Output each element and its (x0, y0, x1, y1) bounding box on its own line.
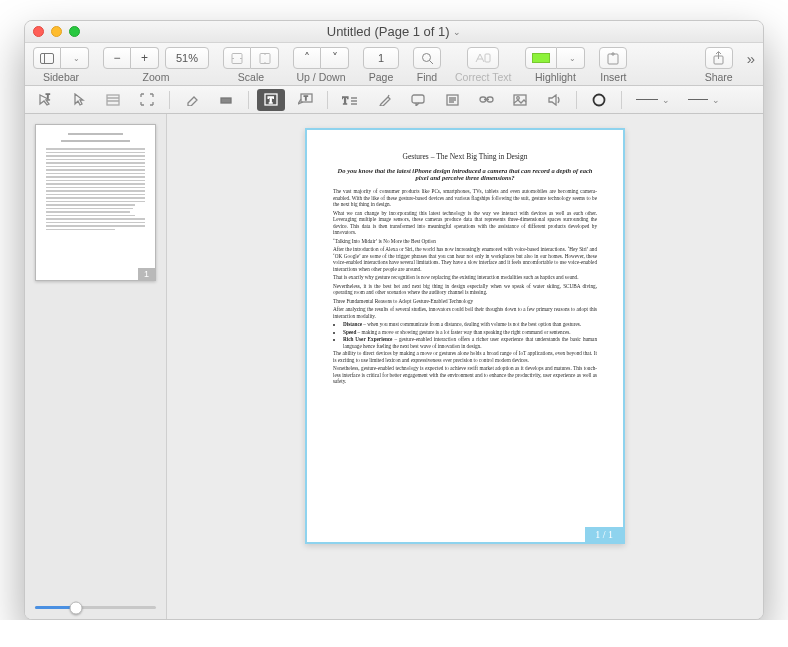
doc-paragraph: ‘Talking Into Midair’ is No More the Bes… (333, 238, 597, 245)
highlighter-tool[interactable] (370, 89, 398, 111)
sound-tool[interactable] (540, 89, 568, 111)
chevron-down-icon: ⌄ (662, 95, 670, 105)
doc-paragraph: The ability to direct devices by making … (333, 350, 597, 363)
correct-text-label: Correct Text (455, 71, 511, 83)
zoom-in-button[interactable]: + (131, 47, 159, 69)
line-icon (688, 99, 708, 101)
thumbnail-size-slider[interactable] (35, 598, 156, 609)
window-controls (33, 26, 80, 37)
doc-paragraph: Nevertheless, it is the best bet and nex… (333, 283, 597, 296)
doc-bullet: Speed – making a move or showing gesture… (343, 329, 597, 336)
find-button[interactable] (413, 47, 441, 69)
redact-tool[interactable] (212, 89, 240, 111)
document-page[interactable]: Gestures – The Next Big Thing in Design … (305, 128, 625, 544)
svg-text:T: T (46, 93, 50, 99)
crop-tool[interactable] (133, 89, 161, 111)
note-tool[interactable] (438, 89, 466, 111)
window-title-text: Untitled (Page 1 of 1) (327, 24, 450, 39)
scale-group: Scale (223, 47, 279, 83)
highlight-menu-button[interactable]: ⌄ (557, 47, 585, 69)
find-group: Find (413, 47, 441, 83)
insert-button[interactable] (599, 47, 627, 69)
doc-paragraph: That is exactly why gesture recognition … (333, 274, 597, 281)
zoom-value-field[interactable]: 51% (165, 47, 209, 69)
zoom-out-button[interactable]: − (103, 47, 131, 69)
eraser-tool[interactable] (178, 89, 206, 111)
svg-line-5 (429, 60, 433, 64)
doc-paragraph: After analyzing the results of several s… (333, 306, 597, 319)
svg-text:T: T (304, 95, 308, 101)
annotation-toolbar: T T T T ⌄ ⌄ (25, 86, 763, 114)
line-end-menu[interactable]: ⌄ (682, 95, 726, 105)
link-tool[interactable] (472, 89, 500, 111)
doc-paragraph: After the introduction of Alexa or Siri,… (333, 246, 597, 272)
arrow-down-icon: ˅ (332, 51, 338, 65)
insert-icon (606, 52, 620, 65)
search-icon (421, 52, 434, 65)
minimize-icon[interactable] (51, 26, 62, 37)
line-style-menu[interactable]: ⌄ (630, 95, 676, 105)
fit-height-button[interactable] (251, 47, 279, 69)
doc-title: Gestures – The Next Big Thing in Design (333, 152, 597, 161)
find-label: Find (417, 71, 437, 83)
shape-tool[interactable] (585, 89, 613, 111)
highlight-button[interactable] (525, 47, 557, 69)
doc-paragraph: Three Fundamental Reasons to Adopt Gestu… (333, 298, 597, 305)
arrow-up-icon: ˄ (304, 51, 310, 65)
page-up-button[interactable]: ˄ (293, 47, 321, 69)
svg-text:T: T (268, 95, 274, 105)
callout-tool[interactable]: T (291, 89, 319, 111)
page-down-button[interactable]: ˅ (321, 47, 349, 69)
zoom-group: − + 51% Zoom (103, 47, 209, 83)
content-area: 1 Gestures – The Next Big Thing in Desig… (25, 114, 763, 619)
correct-text-group: Correct Text (455, 47, 511, 83)
zoom-label: Zoom (143, 71, 170, 83)
page-number-field[interactable]: 1 (363, 47, 399, 69)
page-label: Page (369, 71, 394, 83)
svg-point-4 (422, 53, 430, 61)
app-window: Untitled (Page 1 of 1) ⌄ ⌄ Sidebar − + 5… (24, 20, 764, 620)
insert-label: Insert (600, 71, 626, 83)
correct-text-icon (474, 52, 492, 64)
chevron-down-icon: ⌄ (712, 95, 720, 105)
fit-width-button[interactable] (223, 47, 251, 69)
sidebar-toggle-button[interactable] (33, 47, 61, 69)
svg-rect-6 (485, 54, 490, 62)
comment-tool[interactable] (404, 89, 432, 111)
page-badge: 1 / 1 (585, 527, 623, 542)
updown-label: Up / Down (296, 71, 345, 83)
share-button[interactable] (705, 47, 733, 69)
text-select-tool[interactable]: T (31, 89, 59, 111)
text-box-tool[interactable]: T (257, 89, 285, 111)
thumbnail-badge: 1 (138, 268, 155, 280)
doc-paragraph: Nonetheless, gesture-enabled technology … (333, 365, 597, 385)
maximize-icon[interactable] (69, 26, 80, 37)
chevron-down-icon: ⌄ (569, 54, 576, 63)
sidebar-label: Sidebar (43, 71, 79, 83)
highlight-group: ⌄ Highlight (525, 47, 585, 83)
doc-paragraph: What we can change by incorporating this… (333, 210, 597, 236)
share-icon (712, 51, 725, 65)
share-label: Share (705, 71, 733, 83)
thumbnail-sidebar: 1 (25, 114, 167, 619)
area-select-tool[interactable] (99, 89, 127, 111)
sidebar-menu-button[interactable]: ⌄ (61, 47, 89, 69)
chevron-down-icon: ⌄ (453, 27, 461, 37)
text-style-tool[interactable]: T (336, 89, 364, 111)
main-toolbar: ⌄ Sidebar − + 51% Zoom Scale (25, 43, 763, 86)
highlight-swatch-icon (532, 53, 550, 63)
window-title[interactable]: Untitled (Page 1 of 1) ⌄ (25, 24, 763, 39)
scale-label: Scale (238, 71, 264, 83)
image-tool[interactable] (506, 89, 534, 111)
doc-body: The vast majority of consumer products l… (333, 188, 597, 385)
updown-group: ˄ ˅ Up / Down (293, 47, 349, 83)
close-icon[interactable] (33, 26, 44, 37)
correct-text-button[interactable] (467, 47, 499, 69)
toolbar-overflow-button[interactable]: » (747, 47, 755, 67)
page-thumbnail[interactable]: 1 (35, 124, 156, 281)
line-icon (636, 99, 658, 101)
doc-bullet: Distance – when you must communicate fro… (343, 321, 597, 328)
page-viewport[interactable]: Gestures – The Next Big Thing in Design … (167, 114, 763, 619)
pointer-tool[interactable] (65, 89, 93, 111)
highlight-label: Highlight (535, 71, 576, 83)
